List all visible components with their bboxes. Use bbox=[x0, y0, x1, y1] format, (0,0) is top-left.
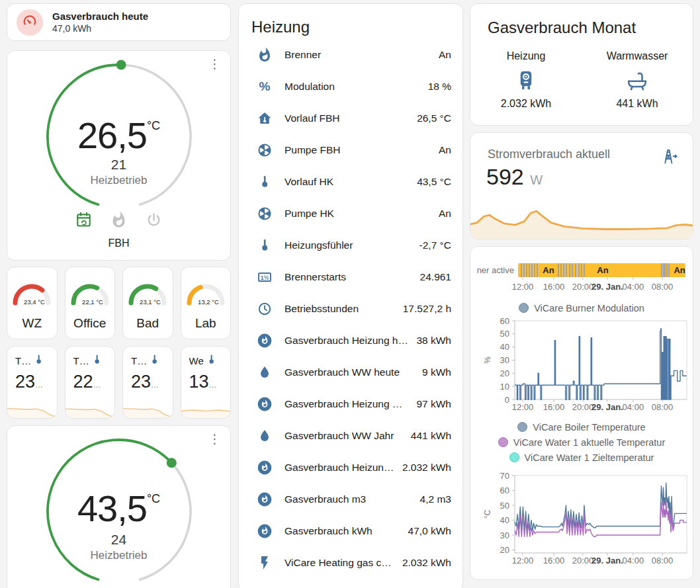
svg-text:%: % bbox=[259, 79, 271, 93]
thermometer-icon bbox=[91, 353, 103, 368]
entity-row[interactable]: Gasverbrauch Heizung Jahr2.032 kWh bbox=[250, 452, 451, 483]
water-icon bbox=[257, 364, 273, 380]
sensor-card-3[interactable]: We13… bbox=[181, 346, 232, 419]
svg-text:40: 40 bbox=[500, 342, 509, 352]
fire-circle-icon bbox=[257, 460, 273, 476]
entity-row[interactable]: ViCare Heating gas consu…2.032 kWh bbox=[250, 547, 451, 579]
entity-value: 47,0 kWh bbox=[408, 525, 451, 537]
fire-icon[interactable] bbox=[110, 211, 128, 229]
svg-text:16:00: 16:00 bbox=[543, 402, 565, 412]
entity-row[interactable]: Vorlauf FBH26,5 °C bbox=[250, 103, 451, 134]
thermometer-icon bbox=[257, 237, 273, 253]
sensor-card-2[interactable]: T…23… bbox=[122, 346, 173, 419]
entity-row[interactable]: Pumpe FBHAn bbox=[250, 134, 451, 166]
gas-today-card[interactable]: Gasverbrauch heute 47,0 kWh bbox=[7, 3, 231, 41]
timeline-off-stripe bbox=[521, 263, 522, 277]
gauge-card-office[interactable]: 22,1 °COffice bbox=[65, 267, 116, 339]
burner-timeline-bar[interactable]: AnAnAn bbox=[518, 263, 685, 277]
gauge-card-bad[interactable]: 23,1 °CBad bbox=[122, 267, 173, 339]
timeline-off-stripe bbox=[531, 263, 533, 277]
flash-icon bbox=[257, 555, 273, 571]
entity-row[interactable]: Gasverbrauch WW Jahr441 kWh bbox=[250, 420, 451, 452]
entity-row[interactable]: Betriebsstunden17.527,2 h bbox=[250, 293, 451, 325]
power-icon[interactable] bbox=[145, 211, 163, 229]
timeline-off-stripe bbox=[581, 263, 582, 277]
entity-name: ViCare Heating gas consu… bbox=[284, 557, 397, 569]
entity-name: Gasverbrauch WW Jahr bbox=[284, 430, 406, 442]
timeline-off-stripe bbox=[526, 263, 527, 277]
temperature-legend[interactable]: ViCare Boiler Temperature bbox=[470, 420, 693, 435]
target-temperature: 21 bbox=[7, 157, 230, 173]
entity-name: Brenner bbox=[284, 49, 433, 61]
entity-value: 97 kWh bbox=[416, 398, 451, 410]
entity-name: Betriebsstunden bbox=[284, 303, 398, 315]
temperature-chart: 203040506070°C12:0016:0020:0029. Jan.04:… bbox=[470, 466, 693, 567]
sensor-title: T… bbox=[15, 355, 31, 366]
svg-text:70: 70 bbox=[500, 471, 509, 481]
percent-icon: % bbox=[257, 79, 273, 95]
timeline-off-stripe bbox=[558, 263, 559, 277]
gas-month-card: Gasverbrauch Monat Heizung2.032 kWhWarmw… bbox=[470, 3, 693, 126]
sensor-title: T… bbox=[73, 355, 89, 366]
card-title: Heizung bbox=[251, 18, 451, 36]
pump-icon bbox=[257, 142, 273, 158]
gauge-card-lab[interactable]: 13,2 °CLab bbox=[181, 267, 232, 339]
month-item-warmwasser[interactable]: Warmwasser441 kWh bbox=[582, 50, 693, 110]
entity-row[interactable]: Gasverbrauch Heizung Woche97 kWh bbox=[250, 388, 451, 420]
sensor-card-1[interactable]: T…22… bbox=[65, 346, 116, 419]
power-sparkline bbox=[470, 200, 693, 239]
gauge-badge bbox=[17, 9, 43, 36]
svg-text:16:00: 16:00 bbox=[543, 556, 565, 566]
temperature-legend[interactable]: ViCare Water 1 aktuelle Temperatur bbox=[470, 435, 693, 450]
month-item-value: 2.032 kWh bbox=[470, 98, 582, 110]
entity-row[interactable]: Vorlauf HK43,5 °C bbox=[250, 166, 451, 198]
svg-text:°C: °C bbox=[483, 509, 492, 519]
entity-row[interactable]: Gasverbrauch m34,2 m3 bbox=[250, 483, 451, 515]
timeline-off-stripe bbox=[578, 263, 580, 277]
entity-name: Vorlauf HK bbox=[284, 176, 412, 188]
entity-row[interactable]: Pumpe HKAn bbox=[250, 198, 451, 230]
card-title: Gasverbrauch Monat bbox=[488, 19, 693, 37]
gauge-arc: 23,4 °C bbox=[10, 278, 54, 308]
timeline-off-stripe bbox=[569, 263, 570, 277]
entity-row[interactable]: %Modulation18 % bbox=[250, 71, 451, 103]
entity-row[interactable]: Heizungsfühler-2,7 °C bbox=[250, 230, 451, 261]
entity-row[interactable]: Gasverbrauch kWh47,0 kWh bbox=[250, 515, 451, 547]
entity-value: 24.961 bbox=[420, 271, 451, 283]
power-card[interactable]: Stromverbrauch aktuell 592 W bbox=[470, 132, 693, 239]
entity-value: 9 kWh bbox=[422, 366, 451, 378]
calendar-sync-icon[interactable] bbox=[75, 211, 93, 229]
entity-value: 18 % bbox=[428, 81, 451, 93]
svg-text:1½: 1½ bbox=[261, 274, 269, 281]
gauge-card-wz[interactable]: 23,4 °CWZ bbox=[7, 267, 58, 339]
svg-text:40: 40 bbox=[500, 515, 509, 525]
timeline-entity-label: ner active bbox=[470, 263, 514, 277]
timeline-state-label: An bbox=[597, 263, 608, 277]
sensor-card-0[interactable]: T…23… bbox=[7, 346, 58, 419]
gauge-icon bbox=[21, 13, 38, 32]
entity-row[interactable]: Gasverbrauch WW heute9 kWh bbox=[250, 357, 451, 388]
month-items: Heizung2.032 kWhWarmwasser441 kWh bbox=[470, 50, 693, 110]
timeline-off-stripe bbox=[566, 263, 567, 277]
month-item-heizung[interactable]: Heizung2.032 kWh bbox=[470, 50, 582, 110]
svg-text:04:00: 04:00 bbox=[623, 282, 644, 292]
gauge-row: 23,4 °CWZ22,1 °COffice23,1 °CBad13,2 °CL… bbox=[7, 267, 231, 339]
more-menu-icon[interactable]: ⋮ bbox=[208, 433, 221, 446]
svg-text:12:00: 12:00 bbox=[512, 556, 534, 566]
timeline-off-stripe bbox=[668, 263, 670, 277]
entity-row[interactable]: Gasverbrauch Heizung heute38 kWh bbox=[250, 325, 451, 357]
thermometer-icon bbox=[257, 174, 273, 190]
temperature-legend[interactable]: ViCare Water 1 Zieltemperatur bbox=[470, 450, 693, 466]
entity-value: 2.032 kWh bbox=[402, 557, 451, 569]
timeline-off-stripe bbox=[537, 263, 538, 277]
more-menu-icon[interactable]: ⋮ bbox=[208, 58, 221, 71]
thermometer-icon bbox=[148, 353, 161, 368]
entity-row[interactable]: BrennerAn bbox=[250, 39, 451, 71]
legend-dot-icon bbox=[509, 452, 519, 462]
timeline-off-stripe bbox=[523, 263, 525, 277]
entity-name: Gasverbrauch Heizung Jahr bbox=[284, 462, 397, 474]
gauge-arc: 22,1 °C bbox=[68, 278, 112, 308]
svg-text:30: 30 bbox=[500, 530, 509, 540]
entity-row[interactable]: 1½Brennerstarts24.961 bbox=[250, 261, 451, 293]
entity-value: An bbox=[439, 144, 451, 156]
